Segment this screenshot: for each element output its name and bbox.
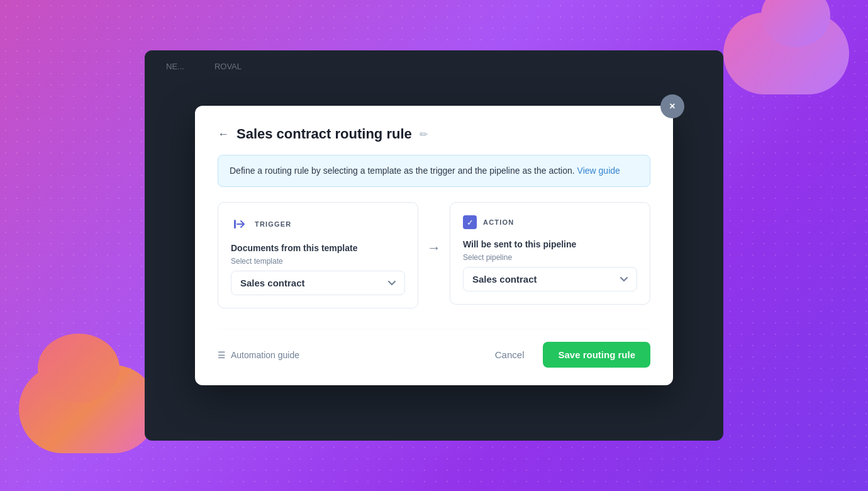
trigger-select-label: Select template bbox=[231, 257, 405, 266]
action-card: ✓ Action Will be sent to this pipeline S… bbox=[450, 202, 650, 305]
trigger-icon bbox=[231, 215, 248, 233]
cloud-left-decoration bbox=[19, 365, 157, 453]
back-button[interactable]: ← bbox=[218, 128, 229, 141]
automation-guide-icon: ☰ bbox=[218, 350, 226, 360]
save-routing-rule-button[interactable]: Save routing rule bbox=[543, 342, 650, 368]
view-guide-link[interactable]: View guide bbox=[577, 166, 620, 176]
cloud-right-decoration bbox=[723, 13, 849, 94]
action-select-label: Select pipeline bbox=[463, 253, 637, 262]
cancel-button[interactable]: Cancel bbox=[485, 343, 535, 366]
template-select[interactable]: Sales contract bbox=[231, 271, 405, 295]
modal-footer: ☰ Automation guide Cancel Save routing r… bbox=[218, 329, 650, 368]
trigger-label: TRIGGER bbox=[255, 220, 292, 228]
automation-guide-button[interactable]: ☰ Automation guide bbox=[218, 350, 299, 360]
trigger-card-title: Documents from this template bbox=[231, 243, 405, 253]
action-card-header: ✓ Action bbox=[463, 215, 637, 229]
trigger-card-header: TRIGGER bbox=[231, 215, 405, 233]
pipeline-select[interactable]: Sales contract bbox=[463, 267, 637, 291]
automation-guide-label: Automation guide bbox=[231, 350, 299, 360]
modal-overlay: × ← Sales contract routing rule ✏ Define… bbox=[145, 50, 723, 441]
modal-dialog: × ← Sales contract routing rule ✏ Define… bbox=[195, 106, 673, 385]
edit-icon[interactable]: ✏ bbox=[420, 128, 428, 140]
rule-columns: TRIGGER Documents from this template Sel… bbox=[218, 202, 650, 308]
action-icon: ✓ bbox=[463, 215, 477, 229]
modal-header: ← Sales contract routing rule ✏ bbox=[218, 126, 650, 142]
trigger-card: TRIGGER Documents from this template Sel… bbox=[218, 202, 418, 308]
action-card-title: Will be sent to this pipeline bbox=[463, 239, 637, 249]
arrow-icon: → bbox=[427, 240, 441, 256]
action-label: Action bbox=[483, 218, 514, 226]
info-banner: Define a routing rule by selecting a tem… bbox=[218, 155, 650, 187]
info-banner-text: Define a routing rule by selecting a tem… bbox=[230, 166, 575, 176]
arrow-connector: → bbox=[418, 202, 450, 256]
close-button[interactable]: × bbox=[660, 94, 684, 118]
modal-title: Sales contract routing rule bbox=[236, 126, 412, 142]
back-icon: ← bbox=[218, 128, 229, 141]
footer-actions: Cancel Save routing rule bbox=[485, 342, 650, 368]
svg-rect-0 bbox=[234, 220, 236, 229]
